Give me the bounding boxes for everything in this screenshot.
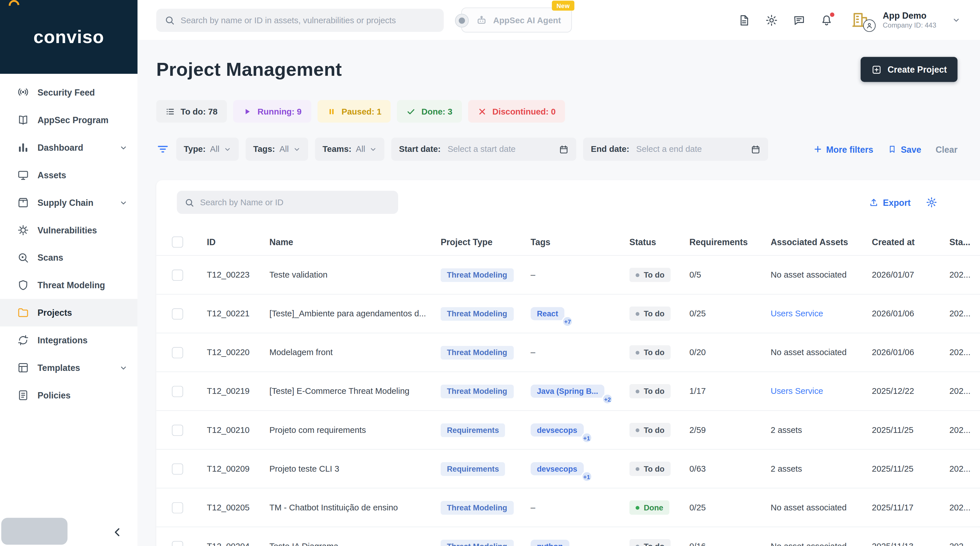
status-filter-paused[interactable]: Paused: 1 <box>317 100 391 123</box>
notifications-bell-icon[interactable] <box>820 13 834 27</box>
row-checkbox[interactable] <box>172 541 183 546</box>
status-filter-running[interactable]: Running: 9 <box>233 100 311 123</box>
cell-status: To do <box>629 306 689 321</box>
asset-link[interactable]: Users Service <box>771 386 823 396</box>
chevron-down-icon <box>119 144 127 152</box>
tag-chip[interactable]: Java (Spring B...+2 <box>531 385 605 398</box>
tag-chip[interactable]: devsecops+1 <box>531 423 584 437</box>
cell-name[interactable]: Modelagem front <box>269 348 441 357</box>
table-search-input[interactable] <box>200 198 390 207</box>
cell-id: T12_00219 <box>207 386 269 396</box>
project-type-chip: Threat Modeling <box>441 346 514 359</box>
filter-start-date[interactable]: Start date: Select a start date <box>391 137 577 161</box>
status-badge: To do <box>629 461 671 476</box>
account-chevron-down-icon[interactable] <box>951 15 961 25</box>
more-filters-button[interactable]: More filters <box>813 144 873 154</box>
sidebar-item-policies[interactable]: Policies <box>0 382 137 409</box>
row-checkbox[interactable] <box>172 502 183 513</box>
cell-project-type: Threat Modeling <box>441 385 531 398</box>
status-filter-todo[interactable]: To do: 78 <box>156 100 227 123</box>
cell-associated-assets[interactable]: Users Service <box>771 309 872 318</box>
chevron-down-icon <box>224 145 231 153</box>
appsec-ai-agent-widget[interactable]: AppSec AI Agent New <box>461 8 572 32</box>
row-checkbox[interactable] <box>172 463 183 474</box>
horizontal-scrollbar-thumb[interactable] <box>1 518 67 545</box>
sidebar-collapse-button[interactable] <box>111 526 124 538</box>
cell-associated-assets[interactable]: Users Service <box>771 386 872 396</box>
export-button[interactable]: Export <box>869 197 911 207</box>
sidebar-item-appsec-program[interactable]: AppSec Program <box>0 106 137 134</box>
brand-logo[interactable]: conviso <box>0 0 137 74</box>
cell-name[interactable]: Projeto teste CLI 3 <box>269 464 441 473</box>
cell-tags: Java (Spring B...+2 <box>531 385 629 398</box>
sidebar-item-templates[interactable]: Templates <box>0 354 137 382</box>
filter-funnel-icon[interactable] <box>156 143 170 156</box>
sidebar-item-vulnerabilities[interactable]: Vulnerabilities <box>0 216 137 244</box>
save-filter-button[interactable]: Save <box>888 144 921 154</box>
ai-agent-toggle[interactable] <box>455 14 469 27</box>
tag-chip[interactable]: python <box>531 540 569 546</box>
row-checkbox[interactable] <box>172 347 183 358</box>
filter-teams-dropdown[interactable]: Teams: All <box>315 137 384 161</box>
sidebar-item-supply-chain[interactable]: Supply Chain <box>0 189 137 216</box>
tag-more-badge[interactable]: +7 <box>562 316 573 327</box>
check-icon <box>407 107 416 116</box>
global-search-input[interactable] <box>181 15 436 25</box>
account-menu[interactable]: App Demo Company ID: 443 <box>851 9 936 31</box>
asset-text: 2 assets <box>771 464 802 473</box>
tag-more-badge[interactable]: +1 <box>581 471 592 482</box>
cell-name[interactable]: Teste validation <box>269 270 441 279</box>
cell-checkbox <box>156 424 207 436</box>
sidebar-item-dashboard[interactable]: Dashboard <box>0 134 137 161</box>
tag-more-badge[interactable]: +2 <box>602 393 613 404</box>
asset-link[interactable]: Users Service <box>771 309 823 318</box>
cell-tags: React+7 <box>531 307 629 320</box>
cell-status: To do <box>629 384 689 398</box>
row-checkbox[interactable] <box>172 386 183 397</box>
sidebar-item-assets[interactable]: Assets <box>0 161 137 189</box>
table-search[interactable] <box>177 191 398 214</box>
cell-name[interactable]: [Teste]_Ambiente para agendamentos d... <box>269 309 441 318</box>
sidebar-item-threat-modeling[interactable]: Threat Modeling <box>0 271 137 299</box>
table-settings-gear-icon[interactable] <box>926 196 937 208</box>
tag-more-badge[interactable]: +1 <box>581 432 592 443</box>
documents-icon[interactable] <box>738 13 751 27</box>
clear-filters-button[interactable]: Clear <box>935 144 957 154</box>
sidebar-item-projects[interactable]: Projects <box>0 299 137 326</box>
cell-name[interactable]: TM - Chatbot Instituição de ensino <box>269 503 441 512</box>
cell-associated-assets: No asset associated <box>771 270 872 279</box>
tag-chip[interactable]: React+7 <box>531 307 565 320</box>
status-filter-done[interactable]: Done: 3 <box>397 100 462 123</box>
cell-id: T12_00205 <box>207 503 269 512</box>
filter-type-dropdown[interactable]: Type: All <box>176 137 239 161</box>
create-project-button[interactable]: Create Project <box>861 57 958 82</box>
tag-chip[interactable]: devsecops+1 <box>531 462 584 476</box>
cell-name[interactable]: Projeto com requirements <box>269 425 441 434</box>
sidebar-item-integrations[interactable]: Integrations <box>0 326 137 354</box>
search-icon <box>164 14 175 25</box>
filter-end-date[interactable]: End date: Select a end date <box>583 137 768 161</box>
logo-text: conviso <box>33 27 104 47</box>
status-filter-discontinued[interactable]: Discontinued: 0 <box>468 100 565 123</box>
sidebar-item-security-feed[interactable]: Security Feed <box>0 79 137 106</box>
table-row: T12_00219[Teste] E-Commerce Threat Model… <box>156 372 980 411</box>
sidebar-item-scans[interactable]: Scans <box>0 244 137 271</box>
vulnerabilities-icon <box>17 224 30 236</box>
status-badge: To do <box>629 423 671 437</box>
row-checkbox[interactable] <box>172 424 183 436</box>
global-search[interactable] <box>156 8 444 32</box>
select-all-checkbox[interactable] <box>172 236 183 247</box>
sidebar-item-label: Assets <box>38 170 66 180</box>
chat-icon[interactable] <box>793 13 806 27</box>
status-filter-label: Done: 3 <box>422 107 452 116</box>
column-header-associated-assets: Associated Assets <box>771 237 872 247</box>
cell-name[interactable]: Teste IA Diagrama <box>269 542 441 546</box>
cell-project-type: Requirements <box>441 423 531 437</box>
cell-project-type: Threat Modeling <box>441 346 531 359</box>
filter-tags-dropdown[interactable]: Tags: All <box>246 137 308 161</box>
cell-name[interactable]: [Teste] E-Commerce Threat Modeling <box>269 386 441 396</box>
cell-project-type: Threat Modeling <box>441 501 531 514</box>
settings-gear-icon[interactable] <box>765 13 778 27</box>
row-checkbox[interactable] <box>172 269 183 281</box>
row-checkbox[interactable] <box>172 308 183 319</box>
